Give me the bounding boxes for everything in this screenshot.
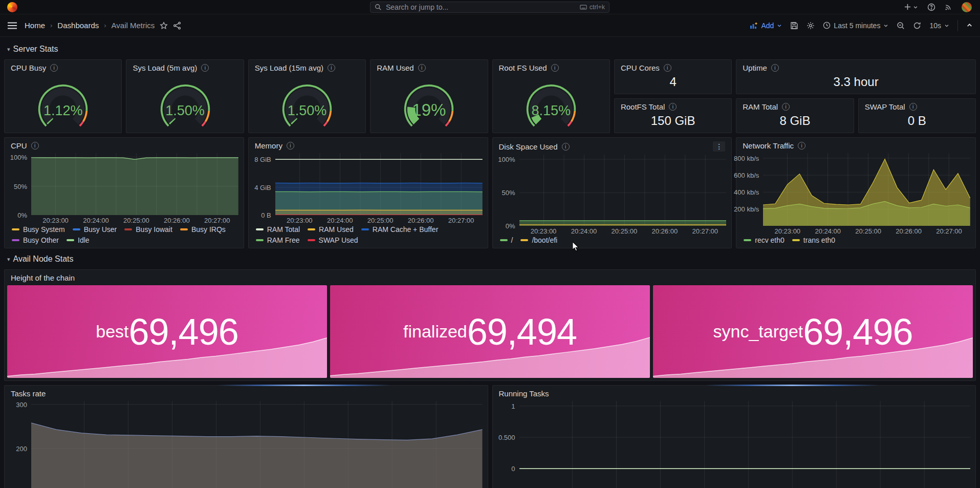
panel-sys-load-5m: Sys Load (5m avg)i 1.50% [126, 59, 244, 133]
chevron-down-icon [913, 5, 918, 10]
legend-item[interactable]: Busy User [73, 225, 117, 234]
legend-item[interactable]: RAM Used [308, 225, 354, 234]
panel-menu-icon[interactable]: ⋮ [713, 141, 725, 152]
row-timeseries: CPUi 100%50%0%20:23:0020:24:0020:25:0020… [4, 137, 976, 245]
stat-label: finalized [403, 322, 467, 342]
info-icon[interactable]: i [328, 64, 335, 72]
refresh-icon[interactable] [913, 22, 921, 30]
panel-title[interactable]: CPU Cores [621, 63, 660, 72]
breadcrumb-dashboards[interactable]: Dashboards [57, 21, 99, 30]
panel-disk-space: Disk Space Usedi⋮ 100%50%0%20:23:0020:24… [492, 137, 732, 248]
info-icon[interactable]: i [669, 103, 677, 111]
legend-item[interactable]: RAM Free [256, 236, 300, 244]
legend-item[interactable]: Busy Other [12, 236, 59, 244]
legend-item[interactable]: / [500, 236, 513, 244]
zoom-out-icon[interactable] [897, 22, 905, 30]
info-icon[interactable]: i [31, 142, 39, 150]
panel-cpu-cores: CPU Coresi 4 [614, 59, 732, 94]
chevron-up-icon[interactable] [966, 22, 973, 29]
info-icon[interactable]: i [201, 64, 209, 72]
panel-network-traffic: Network Traffici 800 kb/s600 kb/s400 kb/… [736, 137, 976, 248]
divider [957, 20, 958, 31]
stat-best[interactable]: best 69,496 [7, 285, 327, 378]
panel-title[interactable]: Sys Load (15m avg) [255, 63, 323, 72]
info-icon[interactable]: i [771, 64, 779, 72]
clock-icon [823, 22, 831, 29]
gauge-value: 1.12% [5, 103, 121, 119]
legend-item[interactable]: Busy IRQs [180, 225, 226, 234]
panel-title[interactable]: Running Tasks [499, 389, 549, 398]
info-icon[interactable]: i [909, 103, 917, 111]
section-server-stats[interactable]: ▾ Server Stats [7, 43, 974, 55]
panel-title[interactable]: RAM Used [377, 63, 414, 72]
legend-item[interactable]: /boot/efi [520, 236, 557, 244]
info-icon[interactable]: i [798, 142, 805, 150]
refresh-interval-picker[interactable]: 10s [929, 22, 949, 30]
panel-glow [705, 385, 879, 386]
gear-icon[interactable] [807, 22, 815, 30]
panel-cpu: CPUi 100%50%0%20:23:0020:24:0020:25:0020… [4, 137, 244, 248]
menu-icon[interactable] [7, 22, 17, 30]
panel-title[interactable]: Disk Space Used [499, 142, 558, 151]
star-icon[interactable] [160, 22, 168, 30]
grafana-logo[interactable] [7, 2, 17, 12]
panel-title[interactable]: CPU [11, 141, 27, 150]
panel-title[interactable]: Network Traffic [743, 141, 794, 150]
info-icon[interactable]: i [664, 64, 671, 72]
panel-title[interactable]: Height of the chain [11, 273, 75, 282]
legend-item[interactable]: Busy System [12, 225, 65, 234]
shortcut-badge: ctrl+k [580, 4, 605, 11]
time-range-picker[interactable]: Last 5 minutes [823, 22, 888, 30]
panel-title[interactable]: RAM Total [743, 102, 778, 111]
running-tasks-chart[interactable]: 10.5000-0.500-1 [493, 399, 976, 488]
cpu-chart[interactable]: 100%50%0%20:23:0020:24:0020:25:0020:26:0… [5, 151, 244, 224]
panel-glow [217, 385, 391, 386]
panel-title[interactable]: Uptime [743, 63, 767, 72]
panel-title[interactable]: CPU Busy [11, 63, 46, 72]
chevron-down-icon [883, 23, 888, 28]
disk-chart[interactable]: 100%50%0%20:23:0020:24:0020:25:0020:26:0… [493, 153, 732, 235]
legend-item[interactable]: RAM Cache + Buffer [361, 225, 439, 234]
stat-sync-target[interactable]: sync_target 69,496 [653, 285, 973, 378]
section-avail-node-stats[interactable]: ▾ Avail Node Stats [7, 253, 974, 265]
info-icon[interactable]: i [551, 64, 559, 72]
panel-chain-height: Height of the chain best 69,496 finalize… [4, 269, 976, 381]
info-icon[interactable]: i [50, 64, 58, 72]
panel-sys-load-15m: Sys Load (15m avg)i 1.50% [248, 59, 366, 133]
dashboard-canvas: ▾ Server Stats CPU Busyi 1.12% Sys Load … [0, 37, 980, 488]
tasks-rate-chart[interactable]: 3002001000 [5, 399, 488, 488]
panel-title[interactable]: Tasks rate [11, 389, 46, 398]
news-button[interactable] [945, 3, 952, 11]
memory-chart[interactable]: 8 GiB4 GiB0 B20:23:0020:24:0020:25:0020:… [249, 151, 488, 224]
legend-item[interactable]: SWAP Used [308, 236, 358, 244]
share-icon[interactable] [173, 22, 181, 30]
new-button[interactable] [904, 3, 918, 11]
panel-title[interactable]: RootFS Total [621, 102, 665, 111]
info-icon[interactable]: i [782, 103, 790, 111]
stat-finalized[interactable]: finalized 69,494 [330, 285, 650, 378]
legend-item[interactable]: Idle [67, 236, 90, 244]
breadcrumb: Home › Dashboards › Avail Metrics [25, 21, 181, 30]
info-icon[interactable]: i [562, 143, 570, 151]
add-button[interactable]: Add [750, 22, 782, 30]
legend-item[interactable]: Busy Iowait [124, 225, 172, 234]
breadcrumb-home[interactable]: Home [25, 21, 45, 30]
legend-item[interactable]: RAM Total [256, 225, 300, 234]
info-icon[interactable]: i [287, 142, 294, 150]
panel-title[interactable]: Sys Load (5m avg) [133, 63, 197, 72]
panel-title[interactable]: SWAP Total [865, 102, 905, 111]
search-input[interactable]: Search or jump to... ctrl+k [370, 2, 609, 13]
panel-title[interactable]: Memory [255, 141, 282, 150]
legend-item[interactable]: recv eth0 [744, 236, 785, 244]
network-chart[interactable]: 800 kb/s600 kb/s400 kb/s200 kb/s20:23:00… [736, 151, 975, 235]
gauge-value: 19% [371, 100, 487, 120]
panel-uptime: Uptimei 3.3 hour [736, 59, 976, 94]
legend-item[interactable]: trans eth0 [792, 236, 835, 244]
help-button[interactable] [927, 3, 935, 11]
save-icon[interactable] [790, 22, 798, 30]
panel-title[interactable]: Root FS Used [499, 63, 547, 72]
panel-swap-total: SWAP Totali 0 B [858, 98, 976, 133]
shortcut-text: ctrl+k [590, 4, 605, 11]
avatar[interactable] [962, 2, 972, 12]
info-icon[interactable]: i [418, 64, 426, 72]
